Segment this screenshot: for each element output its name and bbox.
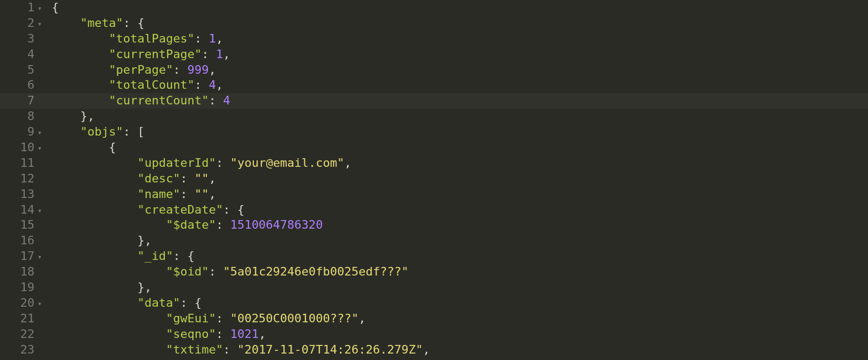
- code-token: [52, 218, 166, 231]
- code-token: ,: [259, 327, 266, 341]
- line-number[interactable]: 21: [0, 311, 42, 327]
- code-area[interactable]: { "meta": { "totalPages": 1, "currentPag…: [45, 0, 868, 360]
- code-token: :: [123, 125, 137, 138]
- fold-toggle-icon[interactable]: ▾: [36, 249, 42, 265]
- line-number-label: 10: [20, 140, 35, 154]
- code-token: ,: [423, 343, 430, 356]
- code-line[interactable]: "txtime": "2017-11-07T14:26:26.279Z",: [45, 342, 868, 358]
- code-token: :: [180, 172, 195, 185]
- line-number[interactable]: 23: [0, 342, 42, 358]
- code-token: ,: [344, 156, 351, 170]
- code-token: {: [195, 296, 202, 309]
- line-number[interactable]: 18: [0, 264, 42, 280]
- line-number[interactable]: 20▾: [0, 295, 42, 311]
- line-number[interactable]: 15: [0, 217, 42, 233]
- code-token: [52, 63, 109, 76]
- code-token: {: [52, 1, 59, 14]
- line-number-label: 20: [20, 296, 35, 309]
- fold-toggle-icon[interactable]: ▾: [36, 16, 42, 32]
- code-token: 1: [209, 32, 216, 45]
- line-number[interactable]: 22: [0, 327, 42, 342]
- fold-toggle-icon[interactable]: ▾: [36, 125, 42, 140]
- code-token: 4: [223, 94, 230, 107]
- line-number[interactable]: 4: [0, 47, 42, 62]
- code-line[interactable]: "seqno": 1021,: [45, 327, 868, 342]
- code-line[interactable]: "perPage": 999,: [45, 62, 868, 78]
- code-line[interactable]: "meta": {: [45, 16, 868, 31]
- line-number-label: 5: [27, 63, 34, 76]
- fold-toggle-icon[interactable]: ▾: [36, 203, 42, 218]
- code-token: },: [52, 109, 94, 123]
- line-number[interactable]: 6: [0, 77, 42, 93]
- fold-toggle-icon[interactable]: ▾: [36, 140, 42, 156]
- code-line[interactable]: "updaterId": "your@email.com",: [45, 156, 868, 171]
- code-token: [52, 249, 137, 263]
- code-token: "desc": [137, 172, 180, 185]
- line-number-label: 22: [20, 327, 35, 341]
- code-token: [52, 296, 137, 309]
- code-editor[interactable]: 1▾2▾3456789▾10▾11121314▾151617▾181920▾21…: [0, 0, 868, 360]
- line-number[interactable]: 17▾: [0, 249, 42, 264]
- code-token: "gwEui": [166, 312, 216, 325]
- fold-toggle-icon[interactable]: ▾: [36, 296, 42, 312]
- code-token: "currentPage": [109, 47, 202, 61]
- code-token: [52, 125, 80, 138]
- code-token: :: [216, 327, 231, 341]
- code-line[interactable]: "gwEui": "00250C0001000???",: [45, 311, 868, 327]
- code-token: "objs": [80, 125, 123, 138]
- line-number[interactable]: 5: [0, 62, 42, 78]
- code-line[interactable]: "name": "",: [45, 187, 868, 202]
- code-token: :: [123, 16, 137, 30]
- code-line[interactable]: "currentPage": 1,: [45, 47, 868, 62]
- line-number[interactable]: 8: [0, 109, 42, 124]
- code-line[interactable]: },: [45, 280, 868, 295]
- code-token: {: [137, 16, 144, 30]
- line-number[interactable]: 1▾: [0, 0, 42, 16]
- code-line[interactable]: "createDate": {: [45, 202, 868, 218]
- code-token: "_id": [137, 249, 173, 263]
- line-number[interactable]: 9▾: [0, 124, 42, 140]
- line-number[interactable]: 19: [0, 280, 42, 295]
- line-number-label: 2: [27, 16, 34, 30]
- code-token: "name": [137, 187, 180, 201]
- line-number[interactable]: 2▾: [0, 16, 42, 31]
- code-token: },: [52, 280, 151, 294]
- line-number-label: 11: [20, 156, 35, 170]
- code-token: [52, 47, 109, 61]
- code-line[interactable]: "$date": 1510064786320: [45, 217, 868, 233]
- code-line[interactable]: {: [45, 140, 868, 156]
- line-number-label: 1: [27, 1, 34, 14]
- code-line[interactable]: "$oid": "5a01c29246e0fb0025edf???": [45, 264, 868, 280]
- line-number-label: 13: [20, 187, 35, 201]
- line-number[interactable]: 16: [0, 233, 42, 249]
- line-number-label: 15: [20, 218, 35, 231]
- code-line[interactable]: "data": {: [45, 295, 868, 311]
- code-line[interactable]: {: [45, 0, 868, 16]
- code-token: "$oid": [166, 265, 209, 278]
- fold-toggle-icon[interactable]: ▾: [36, 1, 42, 16]
- line-number-gutter[interactable]: 1▾2▾3456789▾10▾11121314▾151617▾181920▾21…: [0, 0, 45, 360]
- code-line[interactable]: "totalCount": 4,: [45, 77, 868, 93]
- code-token: :: [216, 156, 231, 170]
- code-token: 999: [188, 63, 209, 76]
- code-line[interactable]: "desc": "",: [45, 171, 868, 187]
- line-number-label: 12: [20, 172, 35, 185]
- code-token: :: [195, 78, 209, 91]
- code-token: [52, 187, 137, 201]
- code-line[interactable]: },: [45, 109, 868, 124]
- line-number-label: 8: [27, 109, 34, 123]
- code-line[interactable]: "_id": {: [45, 249, 868, 264]
- line-number[interactable]: 3: [0, 31, 42, 47]
- line-number[interactable]: 12: [0, 171, 42, 187]
- code-token: :: [223, 343, 238, 356]
- line-number[interactable]: 14▾: [0, 202, 42, 218]
- code-line[interactable]: "totalPages": 1,: [45, 31, 868, 47]
- line-number[interactable]: 10▾: [0, 140, 42, 156]
- line-number[interactable]: 11: [0, 156, 42, 171]
- line-number[interactable]: 13: [0, 187, 42, 202]
- code-token: ,: [216, 78, 223, 91]
- code-line[interactable]: },: [45, 233, 868, 249]
- code-line[interactable]: "currentCount": 4: [45, 93, 868, 109]
- code-token: :: [195, 32, 209, 45]
- code-line[interactable]: "objs": [: [45, 124, 868, 140]
